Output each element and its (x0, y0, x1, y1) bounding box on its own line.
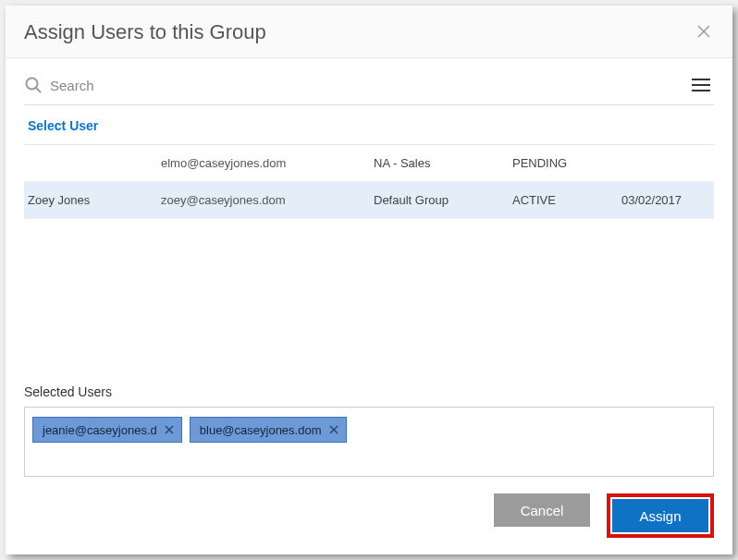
chip-remove-icon[interactable] (163, 422, 176, 437)
dialog-header: Assign Users to this Group (6, 6, 732, 58)
search-icon (24, 76, 43, 94)
cell-name: Zoey Jones (24, 193, 161, 207)
selected-users-label: Selected Users (24, 384, 714, 399)
search-input[interactable]: Search (24, 76, 94, 94)
chip-remove-icon[interactable] (327, 422, 340, 437)
assign-button-highlight: Assign (607, 493, 714, 538)
chip-text: jeanie@caseyjones.d (43, 423, 157, 437)
selected-user-chip[interactable]: blue@caseyjones.dom (190, 417, 347, 443)
assign-button[interactable]: Assign (612, 499, 708, 532)
svg-line-3 (36, 88, 41, 92)
dialog-body: Search Select User elmo@caseyjones.dom N… (6, 58, 732, 219)
menu-icon[interactable] (688, 75, 714, 95)
assign-users-dialog: Assign Users to this Group Search Select… (6, 6, 732, 554)
search-row: Search (24, 75, 714, 105)
cell-status: PENDING (512, 156, 621, 170)
selected-user-chip[interactable]: jeanie@caseyjones.d (32, 417, 182, 443)
cell-group: Default Group (374, 193, 512, 207)
selected-users-section: Selected Users jeanie@caseyjones.d blue@… (6, 384, 732, 477)
cancel-button[interactable]: Cancel (494, 493, 590, 527)
cell-email: elmo@caseyjones.dom (161, 156, 374, 170)
cell-email: zoey@caseyjones.dom (161, 193, 374, 207)
cell-date: 03/02/2017 (621, 193, 714, 207)
chip-text: blue@caseyjones.dom (200, 423, 322, 437)
user-table: elmo@caseyjones.dom NA - Sales PENDING Z… (24, 145, 714, 219)
table-row[interactable]: Zoey Jones zoey@caseyjones.dom Default G… (24, 182, 714, 219)
cell-status: ACTIVE (512, 193, 621, 207)
selected-users-box: jeanie@caseyjones.d blue@caseyjones.dom (24, 407, 714, 477)
close-icon[interactable] (694, 21, 714, 44)
svg-point-2 (27, 79, 38, 90)
table-row[interactable]: elmo@caseyjones.dom NA - Sales PENDING (24, 145, 714, 182)
dialog-footer: Cancel Assign (6, 477, 732, 554)
search-placeholder: Search (50, 78, 94, 93)
select-user-header: Select User (24, 105, 714, 145)
cell-group: NA - Sales (374, 156, 512, 170)
dialog-title: Assign Users to this Group (24, 20, 266, 44)
